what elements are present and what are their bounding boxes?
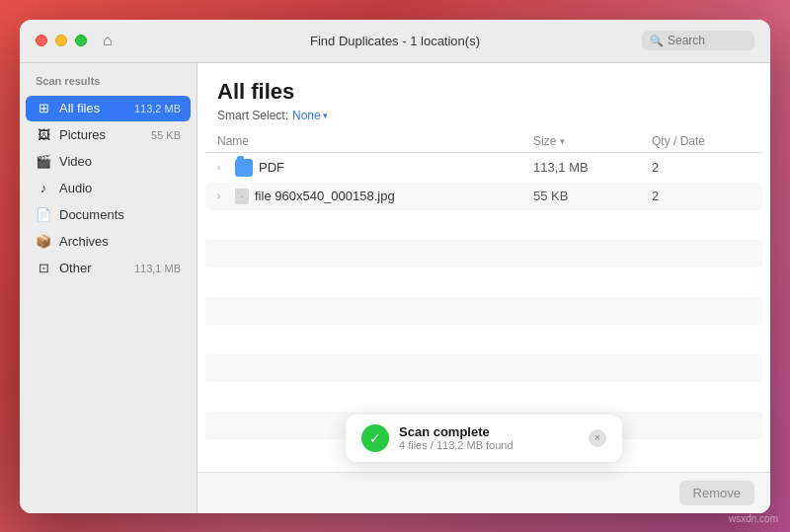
toast-close-button[interactable]: × bbox=[589, 429, 606, 447]
doc-icon: 📄 bbox=[36, 207, 51, 223]
sort-icon[interactable]: ▾ bbox=[560, 136, 565, 146]
smart-select-label: Smart Select: bbox=[217, 109, 288, 122]
toast-text: Scan complete 4 files / 113,2 MB found bbox=[399, 424, 579, 451]
sidebar-label-archives: Archives bbox=[59, 234, 173, 249]
row-qty-pdf: 2 bbox=[652, 160, 750, 175]
row-size-pdf: 113,1 MB bbox=[533, 160, 652, 175]
maximize-button[interactable] bbox=[75, 35, 87, 46]
empty-row bbox=[205, 297, 762, 325]
sidebar-item-all-files[interactable]: ⊞ All files 113,2 MB bbox=[26, 96, 191, 121]
content-header: All files Smart Select: None ▾ bbox=[198, 63, 770, 130]
file-icon: - bbox=[235, 189, 249, 204]
sidebar-item-pictures[interactable]: 🖼 Pictures 55 KB bbox=[26, 122, 191, 148]
watermark: wsxdn.com bbox=[729, 513, 778, 524]
main-content: Scan results ⊞ All files 113,2 MB 🖼 Pict… bbox=[20, 63, 770, 513]
toast-success-icon: ✓ bbox=[361, 424, 389, 452]
col-size-label: Size bbox=[533, 134, 556, 148]
table-row[interactable]: › - file 960x540_000158.jpg 55 KB 2 bbox=[205, 183, 762, 210]
music-icon: ♪ bbox=[36, 181, 51, 196]
sidebar-size-other: 113,1 MB bbox=[134, 263, 181, 274]
home-icon[interactable]: ⌂ bbox=[103, 32, 113, 49]
window-title: Find Duplicates - 1 location(s) bbox=[310, 34, 480, 48]
archive-icon: 📦 bbox=[36, 234, 51, 250]
sidebar-item-audio[interactable]: ♪ Audio bbox=[26, 176, 191, 201]
sidebar-label-other: Other bbox=[59, 261, 126, 275]
empty-row bbox=[205, 211, 762, 239]
close-button[interactable] bbox=[36, 35, 47, 46]
film-icon: 🎬 bbox=[36, 154, 51, 170]
table-row[interactable]: › PDF 113,1 MB 2 bbox=[205, 153, 762, 183]
sidebar-size-all-files: 113,2 MB bbox=[134, 103, 181, 114]
page-title: All files bbox=[217, 79, 750, 105]
content-area: All files Smart Select: None ▾ Name Size… bbox=[198, 63, 770, 513]
grid-icon: ⊞ bbox=[36, 101, 51, 116]
row-qty-jpg: 2 bbox=[652, 189, 750, 203]
chevron-right-icon[interactable]: › bbox=[217, 190, 229, 201]
toast-title: Scan complete bbox=[399, 424, 579, 439]
col-size-header: Size ▾ bbox=[533, 134, 652, 148]
sidebar-label-pictures: Pictures bbox=[59, 127, 143, 142]
row-filename-jpg: file 960x540_000158.jpg bbox=[255, 189, 395, 203]
app-window: ⌂ Find Duplicates - 1 location(s) 🔍 Scan… bbox=[20, 20, 770, 513]
sidebar-size-pictures: 55 KB bbox=[151, 129, 181, 141]
smart-select-dropdown[interactable]: None ▾ bbox=[292, 109, 328, 122]
smart-select-bar: Smart Select: None ▾ bbox=[217, 109, 750, 122]
chevron-down-icon: ▾ bbox=[323, 111, 328, 120]
minimize-button[interactable] bbox=[55, 35, 67, 46]
empty-row bbox=[205, 268, 762, 296]
row-filename-pdf: PDF bbox=[259, 160, 284, 175]
titlebar: ⌂ Find Duplicates - 1 location(s) 🔍 bbox=[20, 20, 770, 63]
sidebar-item-other[interactable]: ⊡ Other 113,1 MB bbox=[26, 256, 191, 281]
search-icon: 🔍 bbox=[650, 35, 664, 47]
sidebar-label-video: Video bbox=[59, 154, 173, 169]
sidebar-item-video[interactable]: 🎬 Video bbox=[26, 149, 191, 175]
col-qty-header: Qty / Date bbox=[652, 134, 750, 148]
toast-subtitle: 4 files / 113,2 MB found bbox=[399, 439, 579, 451]
sidebar-label-documents: Documents bbox=[59, 207, 173, 222]
chevron-right-icon[interactable]: › bbox=[217, 162, 229, 173]
empty-row bbox=[205, 354, 762, 382]
row-name-pdf: › PDF bbox=[217, 159, 533, 177]
remove-button[interactable]: Remove bbox=[679, 481, 754, 505]
sidebar-header: Scan results bbox=[20, 75, 197, 95]
empty-row bbox=[205, 326, 762, 353]
search-input[interactable] bbox=[668, 34, 747, 47]
sidebar: Scan results ⊞ All files 113,2 MB 🖼 Pict… bbox=[20, 63, 198, 513]
photo-icon: 🖼 bbox=[36, 127, 51, 143]
sidebar-label-all-files: All files bbox=[59, 101, 126, 115]
sidebar-item-archives[interactable]: 📦 Archives bbox=[26, 229, 191, 255]
folder-icon bbox=[235, 159, 253, 177]
empty-row bbox=[205, 240, 762, 267]
bottom-bar: ✓ Scan complete 4 files / 113,2 MB found… bbox=[198, 472, 770, 513]
other-icon: ⊡ bbox=[36, 261, 51, 276]
sidebar-item-documents[interactable]: 📄 Documents bbox=[26, 202, 191, 228]
empty-row bbox=[205, 383, 762, 411]
smart-select-value-text: None bbox=[292, 109, 321, 122]
search-box[interactable]: 🔍 bbox=[642, 31, 754, 50]
row-size-jpg: 55 KB bbox=[533, 189, 652, 203]
table-header: Name Size ▾ Qty / Date bbox=[205, 130, 762, 153]
row-name-jpg: › - file 960x540_000158.jpg bbox=[217, 189, 533, 204]
sidebar-label-audio: Audio bbox=[59, 181, 173, 195]
toast-notification: ✓ Scan complete 4 files / 113,2 MB found… bbox=[346, 415, 622, 462]
traffic-lights bbox=[36, 35, 87, 46]
col-name-header: Name bbox=[217, 134, 533, 148]
